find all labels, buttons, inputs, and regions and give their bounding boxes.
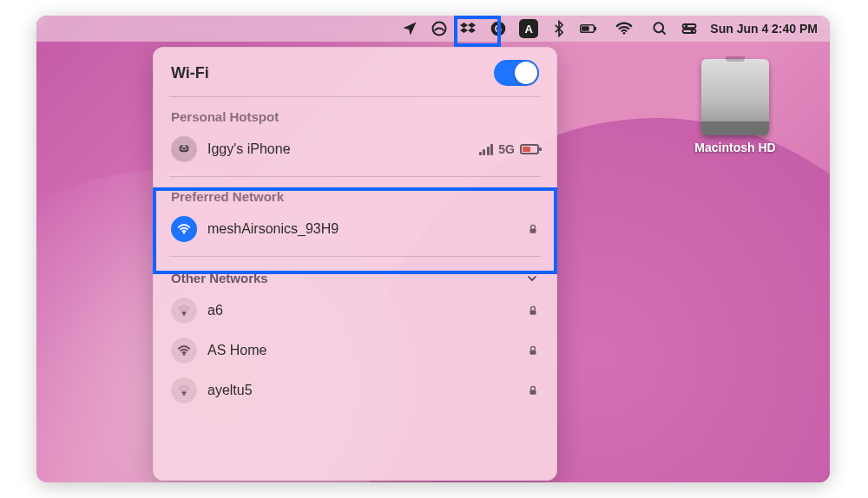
lock-icon (527, 344, 539, 357)
dropbox-icon[interactable] (460, 20, 477, 37)
battery-icon[interactable] (580, 20, 597, 37)
svg-rect-17 (530, 350, 536, 354)
lock-icon (527, 223, 539, 235)
svg-point-6 (623, 32, 626, 35)
hard-drive-icon (701, 59, 769, 135)
menu-bar: G A Sun Jun 4 2:40 PM (36, 16, 830, 42)
location-services-icon[interactable] (401, 20, 418, 37)
svg-point-9 (685, 24, 687, 27)
other-networks-section-label: Other Networks (171, 267, 268, 289)
svg-rect-4 (595, 27, 596, 30)
desktop-drive-icon[interactable]: Macintosh HD (687, 59, 783, 154)
hotspot-icon (171, 136, 197, 162)
svg-rect-10 (683, 29, 696, 33)
wifi-icon[interactable] (609, 20, 639, 37)
lock-icon (527, 384, 539, 396)
svg-point-14 (183, 313, 185, 315)
hotspot-row[interactable]: Iggy's iPhone 5G (166, 129, 544, 169)
control-center-icon[interactable] (681, 20, 698, 37)
svg-rect-15 (530, 310, 536, 314)
hotspot-battery-icon (520, 144, 539, 154)
wifi-weak-icon (171, 377, 197, 403)
other-network-row[interactable]: AS Home (166, 331, 544, 370)
wifi-dropdown: Wi-Fi Personal Hotspot Iggy's iPhone 5G … (153, 47, 557, 481)
svg-rect-13 (530, 228, 536, 233)
wifi-strong-icon (171, 337, 197, 364)
hotspot-name: Iggy's iPhone (207, 141, 291, 157)
lock-icon (527, 305, 539, 317)
personal-hotspot-section-label: Personal Hotspot (166, 104, 544, 129)
desktop-area: G A Sun Jun 4 2:40 PM (36, 16, 830, 482)
separator (169, 96, 541, 97)
separator (169, 256, 541, 257)
chevron-down-icon[interactable] (525, 272, 539, 285)
bluetooth-icon[interactable] (550, 20, 568, 37)
desktop-drive-label: Macintosh HD (687, 141, 783, 154)
svg-rect-8 (683, 24, 696, 28)
wifi-panel-title: Wi-Fi (171, 64, 209, 82)
wifi-connected-icon (171, 216, 197, 242)
menu-bar-clock[interactable]: Sun Jun 4 2:40 PM (710, 22, 818, 36)
input-source-icon[interactable]: A (519, 19, 538, 38)
grammarly-icon[interactable]: G (490, 20, 507, 37)
svg-rect-19 (530, 390, 536, 394)
creative-cloud-icon[interactable] (431, 20, 448, 37)
other-network-name: a6 (207, 303, 223, 318)
svg-point-18 (183, 393, 185, 395)
other-network-row[interactable]: a6 (166, 291, 544, 331)
svg-rect-5 (582, 26, 589, 31)
svg-point-12 (183, 232, 185, 233)
preferred-network-name: meshAirsonics_93H9 (207, 221, 339, 237)
wifi-weak-icon (171, 298, 197, 324)
preferred-network-row[interactable]: meshAirsonics_93H9 (166, 209, 544, 249)
spotlight-search-icon[interactable] (651, 20, 668, 37)
svg-text:G: G (495, 23, 502, 34)
other-network-row[interactable]: ayeltu5 (166, 370, 544, 410)
svg-point-11 (691, 29, 694, 32)
separator (169, 176, 541, 177)
cellular-network-generation: 5G (498, 142, 515, 156)
other-network-name: ayeltu5 (207, 383, 253, 398)
cellular-signal-icon (479, 143, 494, 155)
svg-point-16 (183, 353, 185, 355)
wifi-toggle[interactable] (494, 60, 539, 86)
other-network-name: AS Home (207, 343, 266, 358)
svg-point-7 (654, 23, 664, 32)
preferred-network-section-label: Preferred Network (166, 184, 544, 209)
